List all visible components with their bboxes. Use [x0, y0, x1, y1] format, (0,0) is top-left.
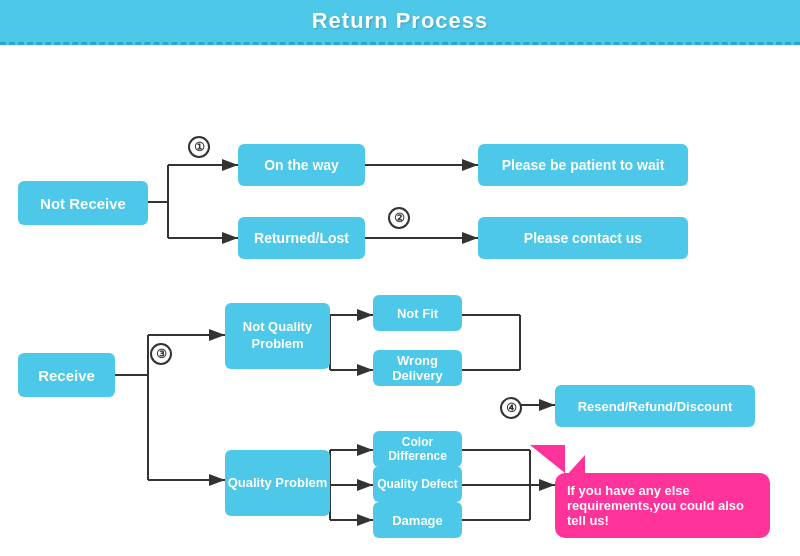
returned-lost-node: Returned/Lost — [238, 217, 365, 259]
not-fit-node: Not Fit — [373, 295, 462, 331]
color-diff-node: Color Difference — [373, 431, 462, 467]
please-contact-node: Please contact us — [478, 217, 688, 259]
not-quality-node: Not Quality Problem — [225, 303, 330, 369]
circle-2: ② — [388, 207, 410, 229]
resend-node: Resend/Refund/Discount — [555, 385, 755, 427]
please-wait-node: Please be patient to wait — [478, 144, 688, 186]
receive-node: Receive — [18, 353, 115, 397]
quality-defect-node: Quality Defect — [373, 466, 462, 502]
svg-marker-27 — [530, 445, 565, 473]
speech-bubble: If you have any else requirements,you co… — [555, 473, 770, 538]
damage-node: Damage — [373, 502, 462, 538]
circle-4: ④ — [500, 397, 522, 419]
circle-3: ③ — [150, 343, 172, 365]
circle-1: ① — [188, 136, 210, 158]
on-the-way-node: On the way — [238, 144, 365, 186]
quality-node: Quality Problem — [225, 450, 330, 516]
wrong-delivery-node: Wrong Delivery — [373, 350, 462, 386]
content-area: Not Receive On the way Returned/Lost Ple… — [0, 45, 800, 556]
page-title: Return Process — [312, 8, 489, 33]
not-receive-node: Not Receive — [18, 181, 148, 225]
header: Return Process — [0, 0, 800, 45]
